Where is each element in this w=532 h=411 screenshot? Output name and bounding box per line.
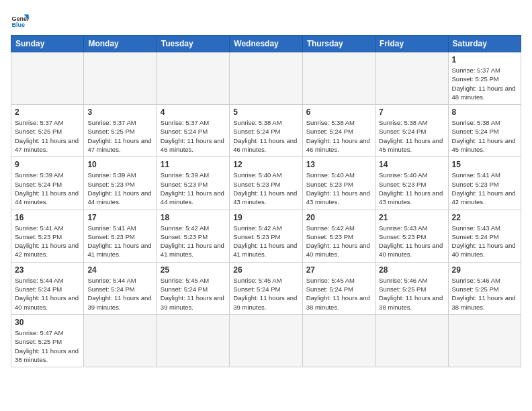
col-header-thursday: Thursday [302,36,375,52]
day-number: 4 [161,107,226,117]
day-number: 8 [452,107,517,117]
day-info: Sunrise: 5:38 AMSunset: 5:24 PMDaylight:… [379,118,444,154]
day-number: 20 [306,213,371,222]
page-header: General Blue [11,11,521,30]
day-number: 15 [452,160,517,169]
col-header-friday: Friday [375,36,448,52]
col-header-monday: Monday [84,36,157,52]
calendar-cell: 25Sunrise: 5:45 AMSunset: 5:24 PMDayligh… [157,262,229,314]
calendar-cell: 6Sunrise: 5:38 AMSunset: 5:24 PMDaylight… [302,105,375,157]
day-info: Sunrise: 5:37 AMSunset: 5:24 PMDaylight:… [161,118,226,154]
day-info: Sunrise: 5:44 AMSunset: 5:24 PMDaylight:… [15,276,80,312]
calendar-cell: 14Sunrise: 5:40 AMSunset: 5:23 PMDayligh… [375,157,448,210]
day-number: 17 [87,213,152,222]
day-number: 16 [15,213,80,222]
day-info: Sunrise: 5:41 AMSunset: 5:23 PMDaylight:… [87,224,152,259]
day-info: Sunrise: 5:41 AMSunset: 5:23 PMDaylight:… [452,171,517,206]
day-number: 24 [87,265,152,275]
day-info: Sunrise: 5:43 AMSunset: 5:23 PMDaylight:… [379,224,444,259]
calendar-cell: 8Sunrise: 5:38 AMSunset: 5:24 PMDaylight… [448,105,521,157]
day-number: 26 [233,265,298,275]
day-number: 23 [15,265,80,275]
svg-text:Blue: Blue [11,21,25,28]
col-header-wednesday: Wednesday [230,36,302,52]
day-info: Sunrise: 5:39 AMSunset: 5:23 PMDaylight:… [161,171,226,206]
day-info: Sunrise: 5:39 AMSunset: 5:23 PMDaylight:… [87,171,152,206]
day-number: 6 [306,107,371,117]
day-info: Sunrise: 5:38 AMSunset: 5:24 PMDaylight:… [233,118,298,154]
calendar-cell: 29Sunrise: 5:46 AMSunset: 5:25 PMDayligh… [448,262,521,314]
calendar-cell: 20Sunrise: 5:42 AMSunset: 5:23 PMDayligh… [302,210,375,262]
calendar-week-row: 16Sunrise: 5:41 AMSunset: 5:23 PMDayligh… [11,210,521,262]
day-number: 30 [15,318,80,327]
calendar-cell [84,314,157,367]
calendar-cell [230,314,302,367]
day-info: Sunrise: 5:43 AMSunset: 5:24 PMDaylight:… [452,224,517,259]
day-number: 1 [452,55,517,64]
day-number: 19 [233,213,298,222]
day-info: Sunrise: 5:42 AMSunset: 5:23 PMDaylight:… [233,224,298,259]
calendar-cell: 13Sunrise: 5:40 AMSunset: 5:23 PMDayligh… [302,157,375,210]
col-header-saturday: Saturday [448,36,521,52]
logo-icon: General Blue [11,11,30,30]
day-number: 13 [306,160,371,169]
day-number: 27 [306,265,371,275]
day-number: 2 [15,107,80,117]
day-number: 18 [161,213,226,222]
calendar-cell: 1Sunrise: 5:37 AMSunset: 5:25 PMDaylight… [448,52,521,105]
calendar-cell [230,52,302,105]
calendar-cell: 30Sunrise: 5:47 AMSunset: 5:25 PMDayligh… [11,314,84,367]
calendar-cell [157,52,229,105]
calendar-cell [375,52,448,105]
calendar-cell: 3Sunrise: 5:37 AMSunset: 5:25 PMDaylight… [84,105,157,157]
calendar-cell [11,52,84,105]
calendar-cell [375,314,448,367]
day-number: 11 [161,160,226,169]
day-info: Sunrise: 5:40 AMSunset: 5:23 PMDaylight:… [233,171,298,206]
calendar-cell: 27Sunrise: 5:45 AMSunset: 5:24 PMDayligh… [302,262,375,314]
calendar-cell: 22Sunrise: 5:43 AMSunset: 5:24 PMDayligh… [448,210,521,262]
day-number: 28 [379,265,444,275]
calendar-cell [302,314,375,367]
calendar-cell [302,52,375,105]
day-info: Sunrise: 5:38 AMSunset: 5:24 PMDaylight:… [452,118,517,154]
day-info: Sunrise: 5:45 AMSunset: 5:24 PMDaylight:… [306,276,371,312]
calendar-cell: 12Sunrise: 5:40 AMSunset: 5:23 PMDayligh… [230,157,302,210]
calendar-cell: 21Sunrise: 5:43 AMSunset: 5:23 PMDayligh… [375,210,448,262]
col-header-tuesday: Tuesday [157,36,229,52]
calendar-cell: 18Sunrise: 5:42 AMSunset: 5:23 PMDayligh… [157,210,229,262]
calendar-cell: 9Sunrise: 5:39 AMSunset: 5:24 PMDaylight… [11,157,84,210]
day-info: Sunrise: 5:37 AMSunset: 5:25 PMDaylight:… [87,118,152,154]
calendar-cell [84,52,157,105]
logo: General Blue [11,11,32,30]
day-info: Sunrise: 5:46 AMSunset: 5:25 PMDaylight:… [452,276,517,312]
day-number: 10 [87,160,152,169]
calendar-cell: 23Sunrise: 5:44 AMSunset: 5:24 PMDayligh… [11,262,84,314]
calendar-table: SundayMondayTuesdayWednesdayThursdayFrid… [11,35,521,367]
day-info: Sunrise: 5:41 AMSunset: 5:23 PMDaylight:… [15,224,80,259]
calendar-week-row: 1Sunrise: 5:37 AMSunset: 5:25 PMDaylight… [11,52,521,105]
calendar-cell: 24Sunrise: 5:44 AMSunset: 5:24 PMDayligh… [84,262,157,314]
calendar-cell: 7Sunrise: 5:38 AMSunset: 5:24 PMDaylight… [375,105,448,157]
day-info: Sunrise: 5:40 AMSunset: 5:23 PMDaylight:… [306,171,371,206]
calendar-cell: 10Sunrise: 5:39 AMSunset: 5:23 PMDayligh… [84,157,157,210]
calendar-week-row: 9Sunrise: 5:39 AMSunset: 5:24 PMDaylight… [11,157,521,210]
day-info: Sunrise: 5:37 AMSunset: 5:25 PMDaylight:… [452,66,517,101]
day-info: Sunrise: 5:42 AMSunset: 5:23 PMDaylight:… [306,224,371,259]
calendar-cell: 16Sunrise: 5:41 AMSunset: 5:23 PMDayligh… [11,210,84,262]
calendar-cell: 26Sunrise: 5:45 AMSunset: 5:24 PMDayligh… [230,262,302,314]
day-number: 7 [379,107,444,117]
day-number: 12 [233,160,298,169]
col-header-sunday: Sunday [11,36,84,52]
calendar-week-row: 30Sunrise: 5:47 AMSunset: 5:25 PMDayligh… [11,314,521,367]
day-number: 9 [15,160,80,169]
day-info: Sunrise: 5:38 AMSunset: 5:24 PMDaylight:… [306,118,371,154]
calendar-cell: 2Sunrise: 5:37 AMSunset: 5:25 PMDaylight… [11,105,84,157]
day-info: Sunrise: 5:45 AMSunset: 5:24 PMDaylight:… [161,276,226,312]
day-info: Sunrise: 5:40 AMSunset: 5:23 PMDaylight:… [379,171,444,206]
calendar-week-row: 23Sunrise: 5:44 AMSunset: 5:24 PMDayligh… [11,262,521,314]
calendar-header-row: SundayMondayTuesdayWednesdayThursdayFrid… [11,36,521,52]
calendar-cell: 15Sunrise: 5:41 AMSunset: 5:23 PMDayligh… [448,157,521,210]
day-info: Sunrise: 5:39 AMSunset: 5:24 PMDaylight:… [15,171,80,206]
calendar-cell: 5Sunrise: 5:38 AMSunset: 5:24 PMDaylight… [230,105,302,157]
